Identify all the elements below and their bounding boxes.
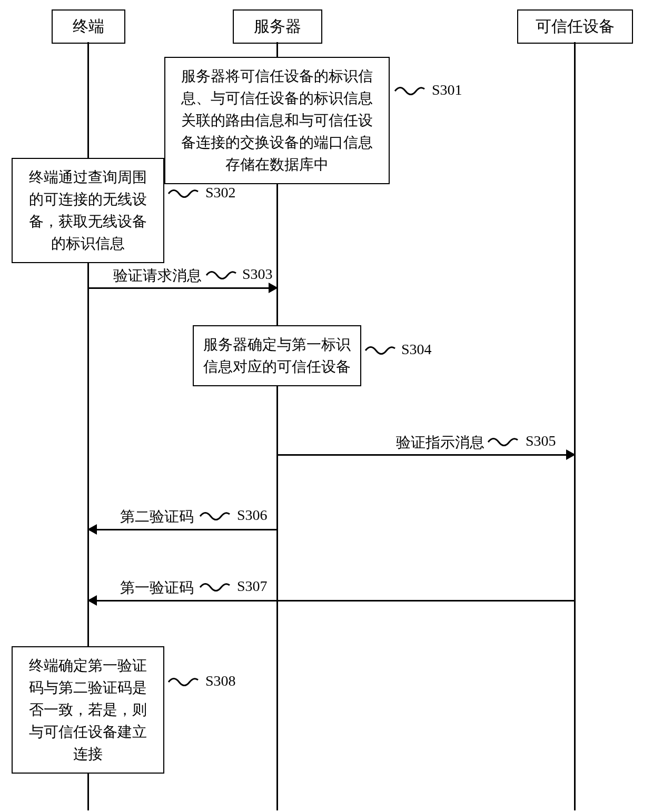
step-s301-id: S301 bbox=[432, 82, 462, 98]
actor-server: 服务器 bbox=[233, 9, 322, 44]
msg-s306-label: 第二验证码 bbox=[120, 507, 194, 527]
actor-terminal: 终端 bbox=[52, 9, 125, 44]
squiggle-icon bbox=[199, 507, 231, 523]
step-s304-id: S304 bbox=[401, 341, 432, 358]
step-s301-box: 服务器将可信任设备的标识信息、与可信任设备的标识信息关联的路由信息和与可信任设备… bbox=[164, 57, 390, 184]
msg-s305-label: 验证指示消息 bbox=[396, 433, 484, 453]
squiggle-icon bbox=[167, 673, 199, 688]
squiggle-icon bbox=[205, 266, 237, 282]
step-s302-box: 终端通过查询周围的可连接的无线设备，获取无线设备的标识信息 bbox=[12, 158, 164, 263]
actor-trusted-device: 可信任设备 bbox=[517, 9, 633, 44]
squiggle-icon bbox=[394, 82, 426, 97]
arrowhead-left-icon bbox=[87, 524, 97, 535]
msg-s303-label: 验证请求消息 bbox=[113, 266, 202, 286]
step-s303-id: S303 bbox=[242, 266, 273, 283]
step-s302-id: S302 bbox=[205, 184, 236, 201]
step-s306-id: S306 bbox=[237, 507, 268, 524]
msg-s306-line bbox=[96, 529, 278, 530]
arrowhead-left-icon bbox=[87, 595, 97, 606]
msg-s303-line bbox=[88, 287, 270, 289]
step-s305-id: S305 bbox=[526, 433, 556, 449]
squiggle-icon bbox=[199, 578, 231, 594]
arrowhead-right-icon bbox=[566, 449, 576, 460]
squiggle-icon bbox=[167, 184, 199, 200]
step-s308-id: S308 bbox=[205, 673, 236, 689]
squiggle-icon bbox=[487, 433, 519, 448]
arrowhead-right-icon bbox=[269, 283, 278, 293]
msg-s307-line bbox=[96, 600, 574, 602]
lifeline-trusted-device bbox=[574, 42, 576, 810]
step-s307-id: S307 bbox=[237, 578, 268, 595]
step-s304-box: 服务器确定与第一标识信息对应的可信任设备 bbox=[193, 325, 361, 386]
msg-s305-line bbox=[278, 454, 566, 456]
squiggle-icon bbox=[364, 341, 396, 357]
msg-s307-label: 第一验证码 bbox=[120, 578, 194, 598]
step-s308-box: 终端确定第一验证码与第二验证码是否一致，若是，则与可信任设备建立连接 bbox=[12, 646, 164, 774]
